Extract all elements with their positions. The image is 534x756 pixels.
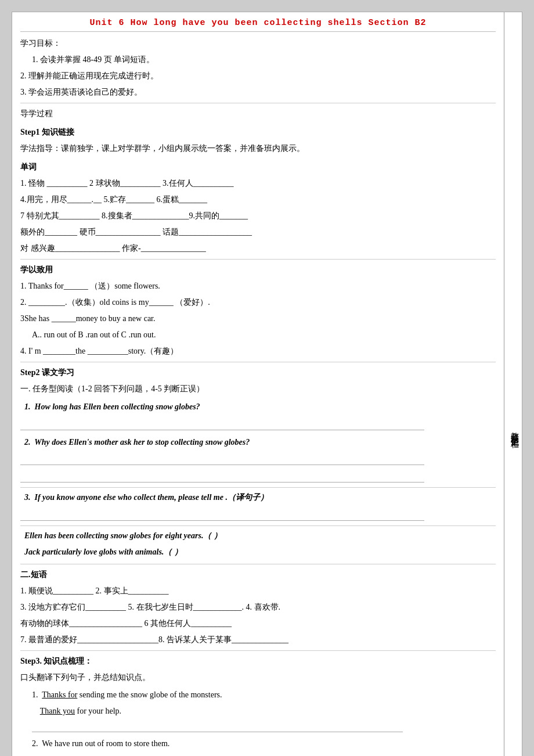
q3-label: 3. If you know anyone else who collect t… <box>20 493 268 502</box>
learning-goals-label: 学习目标： <box>20 35 496 52</box>
k2-num: 2. We have run out of room to store them… <box>32 736 496 752</box>
q2-answer-line2 <box>20 470 424 483</box>
page-title: Unit 6 How long have you been collecting… <box>20 18 496 32</box>
q1-label: 1. How long has Ellen been collecting sn… <box>20 402 200 411</box>
vocab-label: 单词 <box>20 159 496 175</box>
q2-text: Why does Ellen's mother ask her to stop … <box>34 438 250 447</box>
vocab-4: 额外的________ 硬币________________ 话题_______… <box>20 224 496 240</box>
k1-num: 1. Thanks for sending me the snow globe … <box>32 687 496 703</box>
vocab-5: 对 感兴趣________________ 作家-_______________… <box>20 240 496 257</box>
q4-label: Ellen has been collecting snow globes fo… <box>20 531 222 540</box>
q2-label: 2. Why does Ellen's mother ask her to st… <box>20 438 250 447</box>
goal-3: 3. 学会运用英语谈论自己的爱好。 <box>20 84 496 100</box>
guide-section: 导学过程 <box>20 106 496 122</box>
sidebar-text: 教师或学生笔记栏 <box>507 426 522 435</box>
question-5: Jack particularly love globs with animal… <box>20 545 496 560</box>
apply-section: 学以致用 1. Thanks for______ （送）some flowers… <box>20 262 496 359</box>
k2-line2: There are three rooms in the house. <box>32 752 496 756</box>
phrase-1: 1. 顺便说__________ 2. 事实上__________ <box>20 583 496 599</box>
main-content: Unit 6 How long have you been collecting… <box>12 12 504 756</box>
phrase-4: 7. 最普通的爱好____________________8. 告诉某人关于某事… <box>20 632 496 648</box>
step3-section: Step3. 知识点梳理： 口头翻译下列句子，并总结知识点。 <box>20 653 496 686</box>
question-1: 1. How long has Ellen been collecting sn… <box>20 399 496 430</box>
q3-answer-line <box>20 508 424 521</box>
phrases-label: 二.短语 <box>20 567 496 583</box>
apply-label: 学以致用 <box>20 262 496 278</box>
apply-4: 4. I' m ________the __________story.（有趣） <box>20 343 496 359</box>
apply-3: 3She has ______money to buy a new car. <box>20 311 496 327</box>
question-2: 2. Why does Ellen's mother ask her to st… <box>20 435 496 483</box>
step1-section: Step1 知识链接 学法指导：课前独学，课上对学群学，小组内展示统一答案，并准… <box>20 124 496 157</box>
q5-label: Jack particularly love globs with animal… <box>20 548 182 556</box>
q2-answer-line <box>20 452 424 465</box>
phrases-section: 二.短语 1. 顺便说__________ 2. 事实上__________ 3… <box>20 567 496 648</box>
sidebar: 教师或学生笔记栏 <box>504 12 522 756</box>
step2-label: Step2 课文学习 <box>20 365 496 381</box>
learning-goals-section: 学习目标： 1. 会读并掌握 48-49 页 单词短语。 2. 理解并能正确运用… <box>20 35 496 100</box>
vocab-3: 7 特别尤其__________ 8.搜集者______________9.共同… <box>20 208 496 224</box>
vocab-1: 1. 怪物 __________ 2 球状物__________ 3.任何人__… <box>20 175 496 192</box>
phrase-3: 有动物的球体__________________ 6 其他任何人________… <box>20 615 496 632</box>
step1-label: Step1 知识链接 <box>20 124 496 141</box>
vocab-section: 单词 1. 怪物 __________ 2 球状物__________ 3.任何… <box>20 159 496 257</box>
vocab-2: 4.用完，用尽______.__ 5.贮存_______ 6.蛋糕_______ <box>20 192 496 208</box>
q1-answer-line <box>20 417 424 430</box>
oral-label: 口头翻译下列句子，并总结知识点。 <box>20 669 496 686</box>
knowledge-section: 1. Thanks for sending me the snow globe … <box>20 687 496 756</box>
step3-label: Step3. 知识点梳理： <box>20 653 496 669</box>
knowledge-2: 2. We have run out of room to store them… <box>32 736 496 756</box>
goal-2: 2. 理解并能正确运用现在完成进行时。 <box>20 68 496 84</box>
apply-1: 1. Thanks for______ （送）some flowers. <box>20 278 496 294</box>
question-3: 3. If you know anyone else who collect t… <box>20 487 496 521</box>
questions-section: 1. How long has Ellen been collecting sn… <box>20 399 496 560</box>
page-container: Unit 6 How long have you been collecting… <box>12 12 522 756</box>
apply-options: A.. run out of B .ran out of C .run out. <box>32 327 496 343</box>
q1-text: How long has Ellen been collecting snow … <box>35 402 200 411</box>
q5-text: Jack particularly love globs with animal… <box>24 548 182 556</box>
apply-2: 2. _________.（收集）old coins is my______ （… <box>20 294 496 311</box>
knowledge-1: 1. Thanks for sending me the snow globe … <box>32 687 496 732</box>
step2-section: Step2 课文学习 一. 任务型阅读（1-2 回答下列问题，4-5 判断正误） <box>20 365 496 397</box>
q3-text: If you know anyone else who collect them… <box>35 493 268 502</box>
goal-1: 1. 会读并掌握 48-49 页 单词短语。 <box>32 52 496 68</box>
phrase-2: 3. 没地方贮存它们__________ 5. 在我七岁生日时_________… <box>20 599 496 615</box>
k1-line2: Thank you for your help. <box>32 703 496 719</box>
method-label: 学法指导：课前独学，课上对学群学，小组内展示统一答案，并准备班内展示。 <box>20 141 496 157</box>
q4-text: Ellen has been collecting snow globes fo… <box>24 531 222 540</box>
guide-label: 导学过程 <box>20 106 496 122</box>
k1-answer <box>32 721 403 732</box>
question-4: Ellen has been collecting snow globes fo… <box>20 525 496 544</box>
reading-label: 一. 任务型阅读（1-2 回答下列问题，4-5 判断正误） <box>20 381 496 397</box>
